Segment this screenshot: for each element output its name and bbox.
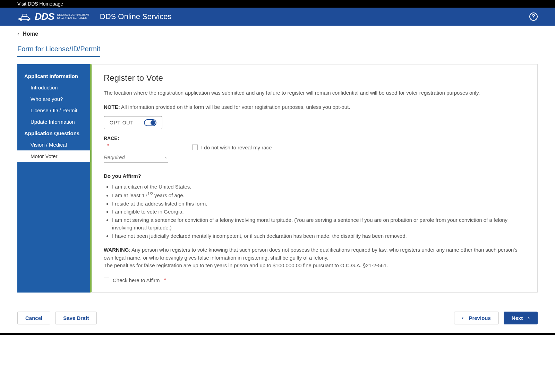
- dds-logo-icon: [17, 11, 31, 22]
- sidebar-item-update-information[interactable]: Update Information: [17, 116, 90, 128]
- previous-button[interactable]: ‹ Previous: [454, 312, 499, 324]
- header-logo-area: DDS Georgia Department Of Driver Service…: [17, 11, 171, 22]
- chevron-down-icon: ⌄: [164, 155, 168, 159]
- sidebar-item-introduction[interactable]: Introduction: [17, 82, 90, 93]
- content-title: Register to Vote: [104, 73, 525, 83]
- toggle-switch-icon: [144, 119, 156, 126]
- race-reveal-checkbox[interactable]: [192, 145, 198, 150]
- header-title: DDS Online Services: [100, 12, 172, 21]
- main-content: Register to Vote The location where the …: [90, 64, 538, 293]
- list-item: I am not serving a sentence for convicti…: [112, 216, 525, 232]
- footer-bar: Cancel Save Draft ‹ Previous Next ›: [0, 303, 555, 333]
- svg-point-0: [20, 19, 22, 21]
- dds-branding: DDS Georgia Department Of Driver Service…: [35, 11, 89, 22]
- affirm-list: I am a citizen of the United States. I a…: [104, 183, 525, 240]
- list-item: I have not been judicially declared ment…: [112, 232, 525, 240]
- required-indicator: *: [163, 277, 166, 284]
- breadcrumb: ‹ Home: [0, 26, 555, 42]
- sidebar-item-license-id-permit[interactable]: License / ID / Permit: [17, 105, 90, 116]
- chevron-left-icon[interactable]: ‹: [17, 31, 19, 37]
- help-icon[interactable]: ?: [529, 12, 538, 21]
- opt-out-toggle[interactable]: OPT-OUT: [104, 116, 162, 129]
- next-button[interactable]: Next ›: [504, 312, 538, 324]
- race-select-placeholder: Required: [104, 154, 125, 160]
- sidebar-item-motor-voter[interactable]: Motor Voter: [17, 150, 90, 162]
- note-text: NOTE: All information provided on this f…: [104, 104, 525, 110]
- chevron-right-icon: ›: [528, 315, 530, 321]
- svg-point-1: [27, 19, 29, 21]
- list-item: I am eligible to vote in Georgia.: [112, 208, 525, 216]
- list-item: I reside at the address listed on this f…: [112, 200, 525, 208]
- affirm-title: Do you Affirm?: [104, 173, 525, 179]
- page-title: Form for License/ID/Permit: [17, 42, 100, 57]
- required-indicator: *: [104, 143, 168, 149]
- race-select[interactable]: Required ⌄: [104, 152, 168, 163]
- breadcrumb-home[interactable]: Home: [23, 31, 38, 37]
- sidebar-item-who-are-you[interactable]: Who are you?: [17, 93, 90, 105]
- chevron-left-icon: ‹: [462, 315, 464, 321]
- dds-logo-text: DDS: [35, 11, 54, 22]
- top-bar: Visit DDS Homepage: [0, 0, 555, 8]
- header: DDS Georgia Department Of Driver Service…: [0, 8, 555, 26]
- save-draft-button[interactable]: Save Draft: [55, 312, 97, 324]
- warning-text: WARNING: Any person who registers to vot…: [104, 246, 525, 270]
- dds-subtitle: Georgia Department Of Driver Services: [57, 14, 89, 20]
- race-reveal-label: I do not wish to reveal my race: [201, 145, 272, 150]
- sidebar-item-vision-medical[interactable]: Vision / Medical: [17, 139, 90, 150]
- sidebar: Applicant Information Introduction Who a…: [17, 64, 90, 293]
- bottom-bar: [0, 333, 555, 335]
- cancel-button[interactable]: Cancel: [17, 312, 50, 324]
- visit-homepage-link[interactable]: Visit DDS Homepage: [17, 1, 63, 7]
- list-item: I am at least 171/2 years of age.: [112, 191, 525, 200]
- affirm-checkbox-label: Check here to Affirm: [113, 277, 160, 283]
- intro-text: The location where the registration appl…: [104, 89, 525, 97]
- affirm-checkbox[interactable]: [104, 278, 109, 283]
- sidebar-header-application-questions: Application Questions: [17, 128, 90, 139]
- sidebar-header-applicant-info: Applicant Information: [17, 70, 90, 82]
- page-title-area: Form for License/ID/Permit: [17, 42, 538, 57]
- list-item: I am a citizen of the United States.: [112, 183, 525, 191]
- race-label: RACE:: [104, 136, 525, 141]
